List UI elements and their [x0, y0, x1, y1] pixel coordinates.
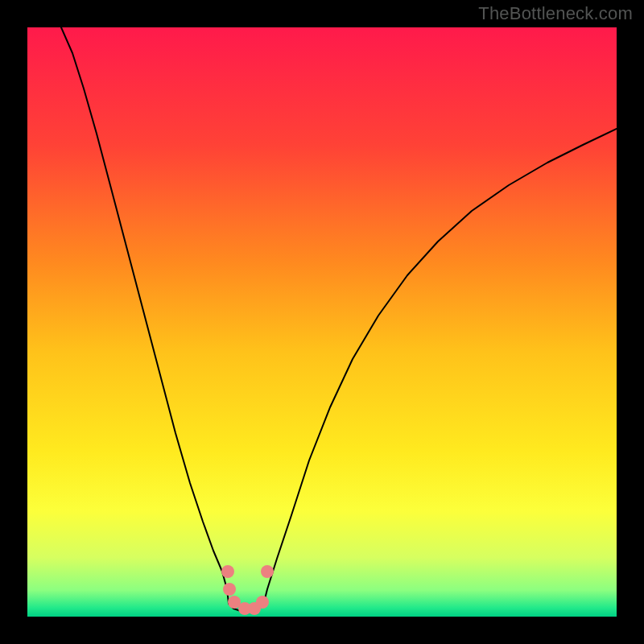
- curve-marker: [223, 583, 236, 596]
- curve-marker: [261, 565, 274, 578]
- watermark-text: TheBottleneck.com: [478, 3, 633, 24]
- plot-background: [27, 27, 617, 617]
- bottleneck-chart: [0, 0, 644, 644]
- curve-marker: [256, 596, 269, 609]
- chart-stage: TheBottleneck.com: [0, 0, 644, 644]
- curve-marker: [221, 565, 234, 578]
